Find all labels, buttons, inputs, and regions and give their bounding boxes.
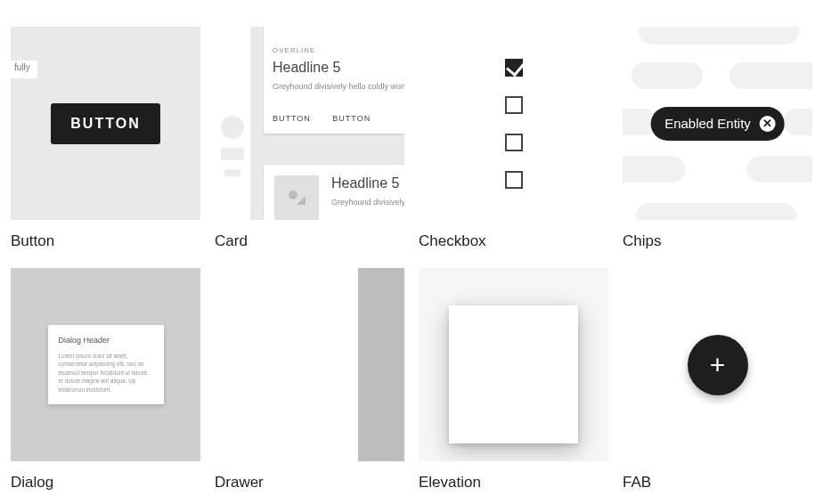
cutoff-text: fully bbox=[11, 61, 37, 78]
components-grid: fully BUTTON Button OVERLINE Headline 5 … bbox=[11, 27, 812, 492]
component-fab[interactable]: + FAB bbox=[623, 268, 812, 492]
dialog-sample: Dialog Header Lorem ipsum dolor sit amet… bbox=[48, 325, 164, 404]
card-sample-1: OVERLINE Headline 5 Greyhound divisively… bbox=[264, 27, 404, 134]
component-elevation[interactable]: Elevation bbox=[419, 268, 608, 492]
title-fab: FAB bbox=[623, 474, 812, 492]
checkbox-unchecked-3 bbox=[505, 171, 523, 189]
card-body-1: Greyhound divisively hello coldly wonder… bbox=[273, 81, 404, 93]
card-btn-2: BUTTON bbox=[332, 114, 371, 123]
component-dialog[interactable]: Dialog Header Lorem ipsum dolor sit amet… bbox=[11, 268, 200, 492]
thumb-button: fully BUTTON bbox=[11, 27, 200, 220]
checkbox-checked bbox=[505, 59, 523, 77]
drawer-edge bbox=[358, 268, 404, 461]
dialog-header: Dialog Header bbox=[59, 336, 153, 345]
close-icon: ✕ bbox=[760, 116, 776, 132]
plus-icon: + bbox=[710, 352, 726, 378]
card-avatar-icon bbox=[274, 175, 319, 220]
chip-enabled: Enabled Entity ✕ bbox=[650, 107, 785, 141]
title-button: Button bbox=[11, 232, 200, 250]
thumb-chips: Enabled Entity ✕ bbox=[623, 27, 812, 220]
card-actions: BUTTON BUTTON bbox=[273, 109, 404, 125]
elevation-square bbox=[449, 305, 578, 443]
dialog-body: Lorem ipsum dolor sit amet, consectetur … bbox=[59, 352, 153, 394]
component-chips[interactable]: Enabled Entity ✕ Chips bbox=[623, 27, 812, 250]
component-button[interactable]: fully BUTTON Button bbox=[11, 27, 200, 250]
checkbox-unchecked-2 bbox=[505, 134, 523, 151]
title-card: Card bbox=[215, 232, 404, 250]
card-headline-1: Headline 5 bbox=[273, 60, 404, 76]
component-drawer[interactable]: Drawer bbox=[215, 268, 404, 492]
title-chips: Chips bbox=[623, 232, 812, 250]
component-checkbox[interactable]: Checkbox bbox=[419, 27, 608, 250]
checkbox-unchecked-1 bbox=[505, 96, 523, 114]
card-side-strip bbox=[215, 27, 250, 220]
title-dialog: Dialog bbox=[11, 474, 200, 492]
card-headline-2: Headline 5 bbox=[331, 175, 404, 191]
card-overline: OVERLINE bbox=[273, 46, 404, 54]
fab-button: + bbox=[688, 335, 748, 395]
chip-label: Enabled Entity bbox=[664, 116, 751, 131]
thumb-drawer bbox=[215, 268, 404, 461]
card-body-2: Greyhound divisively coldly... bbox=[331, 197, 404, 208]
title-drawer: Drawer bbox=[215, 474, 404, 492]
component-card[interactable]: OVERLINE Headline 5 Greyhound divisively… bbox=[215, 27, 404, 250]
svg-point-0 bbox=[289, 191, 297, 199]
card-btn-1: BUTTON bbox=[273, 114, 311, 123]
thumb-fab: + bbox=[623, 268, 812, 461]
thumb-card: OVERLINE Headline 5 Greyhound divisively… bbox=[215, 27, 404, 220]
thumb-checkbox bbox=[419, 27, 608, 220]
title-checkbox: Checkbox bbox=[419, 232, 608, 250]
thumb-dialog: Dialog Header Lorem ipsum dolor sit amet… bbox=[11, 268, 200, 461]
thumb-elevation bbox=[419, 268, 608, 461]
title-elevation: Elevation bbox=[419, 474, 608, 492]
card-sample-2: Headline 5 Greyhound divisively coldly..… bbox=[264, 165, 404, 220]
button-sample: BUTTON bbox=[51, 103, 159, 144]
